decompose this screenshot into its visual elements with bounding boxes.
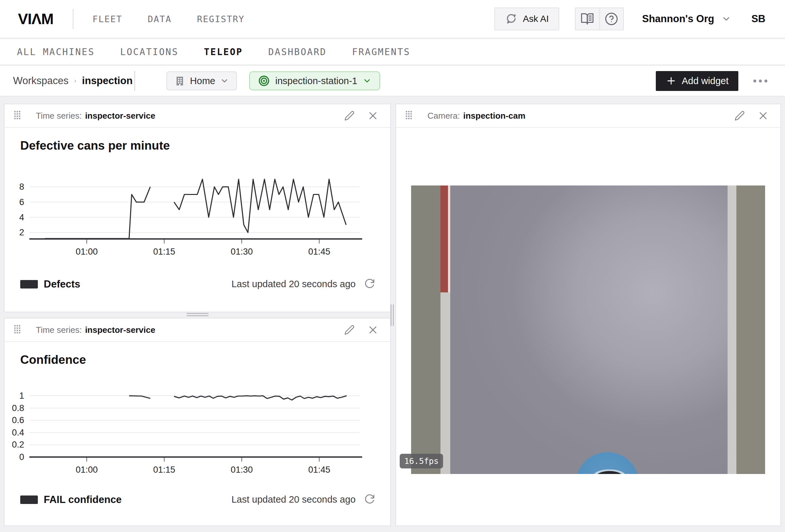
camera-left-rail (440, 292, 450, 474)
svg-text:01:00: 01:00 (76, 465, 98, 475)
docs-button[interactable] (576, 8, 599, 30)
question-circle-icon (605, 12, 618, 26)
help-button[interactable] (599, 8, 623, 30)
add-widget-button[interactable]: Add widget (656, 71, 739, 91)
org-switcher[interactable]: Shannon's Org (642, 13, 731, 25)
camera-red-bar (440, 185, 448, 292)
book-icon (580, 12, 594, 26)
widget-service-name: inspector-service (85, 111, 155, 121)
refresh-button[interactable] (364, 494, 375, 505)
svg-text:01:15: 01:15 (153, 465, 176, 475)
tab-fragments[interactable]: FRAGMENTS (352, 47, 410, 57)
chart-legend: FAIL confidence (20, 494, 122, 506)
camera-left-wall (411, 185, 440, 474)
widget-type-label: Camera: (427, 111, 460, 121)
last-updated-row: Last updated 20 seconds ago (231, 494, 375, 505)
svg-text:01:30: 01:30 (231, 247, 253, 257)
org-name: Shannon's Org (642, 13, 714, 25)
nav-item-registry[interactable]: REGISTRY (197, 14, 245, 24)
chevron-down-icon (362, 76, 372, 85)
machine-selector-label: inspection-station-1 (275, 76, 357, 86)
widget-service-name: inspection-cam (463, 111, 526, 121)
svg-text:0.4: 0.4 (12, 428, 24, 437)
close-widget-button[interactable] (365, 108, 380, 123)
camera-feed (411, 185, 765, 474)
last-updated-row: Last updated 20 seconds ago (231, 278, 375, 290)
close-icon (368, 110, 378, 121)
confidence-line-chart: 10.80.60.40.2001:0001:1501:3001:45 (5, 377, 391, 478)
horizontal-resize-handle[interactable] (187, 313, 208, 317)
primary-nav: FLEET DATA REGISTRY (92, 14, 244, 24)
camera-right-wall (736, 185, 765, 474)
tab-teleop[interactable]: TELEOP (204, 47, 243, 57)
last-updated-text: Last updated 20 seconds ago (231, 279, 356, 290)
viam-logo[interactable]: VIΛM (18, 10, 53, 28)
widget-type-label: Time series: (36, 111, 82, 121)
workspace-toolbar: Workspaces › inspection Home (0, 66, 785, 97)
svg-text:6: 6 (19, 197, 24, 207)
breadcrumb-workspaces[interactable]: Workspaces (13, 75, 69, 87)
svg-text:0.2: 0.2 (12, 440, 24, 450)
tab-dashboard[interactable]: DASHBOARD (268, 47, 327, 57)
close-icon (368, 325, 378, 335)
location-selector-button[interactable]: Home (167, 71, 236, 90)
tab-locations[interactable]: LOCATIONS (120, 47, 178, 57)
building-icon (174, 75, 185, 86)
ask-ai-button[interactable]: Ask AI (494, 7, 559, 30)
svg-text:4: 4 (19, 213, 24, 222)
breadcrumb-separator: › (74, 78, 76, 84)
svg-text:01:15: 01:15 (153, 247, 176, 257)
chevron-down-icon (220, 76, 229, 85)
edit-widget-button[interactable] (342, 322, 357, 337)
legend-swatch (20, 280, 38, 289)
edit-widget-button[interactable] (732, 108, 747, 123)
viam-teleop-page: VIΛM FLEET DATA REGISTRY Ask AI (0, 0, 785, 532)
drag-handle-icon[interactable] (405, 110, 412, 121)
breadcrumb-current-workspace[interactable]: inspection (82, 75, 132, 87)
fps-badge: 16.5fps (400, 454, 443, 469)
widget-header: Time series: inspector-service (5, 104, 390, 128)
svg-text:2: 2 (19, 228, 24, 237)
fleet-subnav: ALL MACHINES LOCATIONS TELEOP DASHBOARD … (0, 39, 785, 65)
widget-camera: Camera: inspection-cam (396, 104, 781, 526)
vertical-resize-handle[interactable] (390, 304, 395, 326)
edit-widget-button[interactable] (342, 108, 357, 123)
svg-text:0: 0 (19, 452, 24, 462)
defects-line-chart: 864201:0001:1501:3001:45 (5, 163, 391, 261)
machine-live-target-icon (258, 75, 270, 87)
legend-label: FAIL confidence (44, 494, 122, 506)
workspace-overflow-menu[interactable] (750, 76, 770, 86)
top-bar: VIΛM FLEET DATA REGISTRY Ask AI (0, 0, 785, 38)
tab-all-machines[interactable]: ALL MACHINES (17, 47, 95, 57)
drag-handle-icon[interactable] (14, 325, 21, 335)
nav-item-data[interactable]: DATA (148, 14, 172, 24)
widget-service-name: inspector-service (85, 325, 155, 335)
refresh-button[interactable] (364, 278, 375, 290)
last-updated-text: Last updated 20 seconds ago (231, 494, 356, 505)
legend-swatch (20, 496, 38, 504)
avatar[interactable]: SB (752, 13, 765, 25)
chart-title: Confidence (20, 353, 86, 367)
pencil-icon (734, 110, 745, 121)
close-icon (758, 110, 768, 121)
close-widget-button[interactable] (756, 108, 770, 123)
svg-text:0.6: 0.6 (12, 415, 24, 425)
nav-item-fleet[interactable]: FLEET (92, 14, 122, 24)
svg-text:01:30: 01:30 (231, 465, 253, 475)
pencil-icon (344, 110, 355, 121)
pencil-icon (344, 325, 355, 335)
plus-icon (665, 75, 677, 86)
ask-ai-label: Ask AI (523, 14, 549, 24)
widget-timeseries-defects: Time series: inspector-service Defective… (4, 104, 391, 312)
widget-header: Time series: inspector-service (5, 318, 390, 342)
widget-type-label: Time series: (36, 325, 82, 335)
drag-handle-icon[interactable] (14, 110, 21, 121)
camera-belt-surface (450, 185, 728, 474)
close-widget-button[interactable] (365, 322, 380, 337)
machine-selector-pill[interactable]: inspection-station-1 (249, 71, 380, 90)
location-selector-label: Home (190, 76, 215, 86)
svg-text:01:00: 01:00 (76, 247, 98, 257)
breadcrumb-divider (134, 71, 135, 91)
camera-red-bar-highlight (448, 185, 450, 292)
svg-text:0.8: 0.8 (12, 403, 24, 413)
